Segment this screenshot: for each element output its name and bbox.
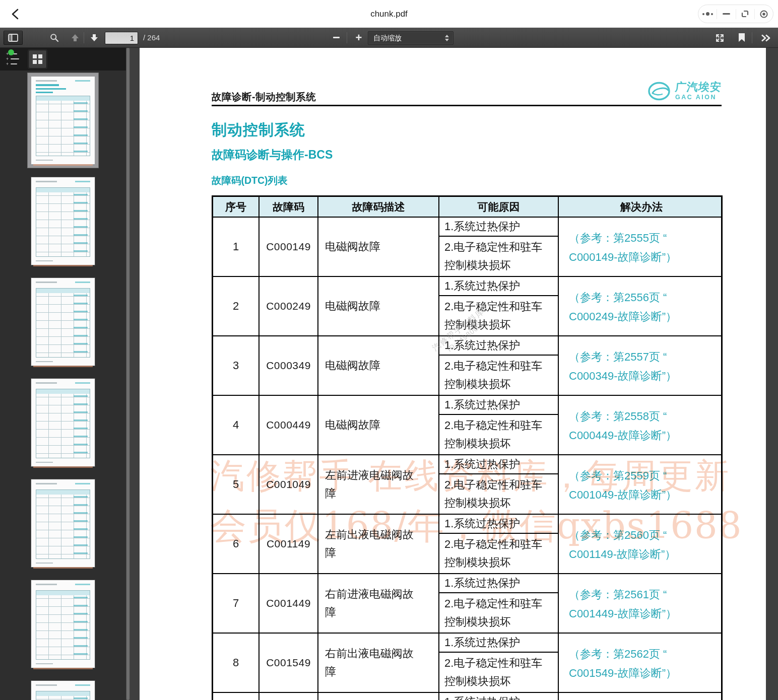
column-header: 解决办法 xyxy=(558,197,724,217)
thumbnails-sidebar: + + + xyxy=(0,48,126,700)
page-header-title: 故障诊断-制动控制系统 xyxy=(212,90,316,104)
cause-item: 1.系统过热保护 xyxy=(439,336,558,356)
cell-solution-reference[interactable]: （参考：第2559页 “C001049-故障诊断”） xyxy=(558,455,724,514)
header-rule xyxy=(212,105,722,106)
presentation-mode-button[interactable] xyxy=(711,31,728,45)
cell-solution-reference[interactable]: （参考：第2555页 “C000149-故障诊断”） xyxy=(558,218,724,276)
green-status-dot xyxy=(8,49,14,55)
minus-icon xyxy=(333,37,340,39)
table-row: 6C001149左前出液电磁阀故障1.系统过热保护2.电子稳定性和驻车控制模块损… xyxy=(213,514,721,573)
table-row: 5C001049左前进液电磁阀故障1.系统过热保护2.电子稳定性和驻车控制模块损… xyxy=(213,454,721,514)
cell-solution-reference[interactable]: （参考：第2556页 “C000249-故障诊断”） xyxy=(558,277,724,335)
page-thumbnail[interactable] xyxy=(31,77,95,164)
window-titlebar: chunk.pdf xyxy=(0,0,778,28)
grid-icon xyxy=(33,54,42,64)
cause-item: 1.系统过热保护 xyxy=(439,277,558,296)
page-number-input[interactable] xyxy=(105,32,138,44)
close-capsule-button[interactable] xyxy=(755,5,773,23)
column-header: 故障码描述 xyxy=(317,197,438,217)
page-thumbnail[interactable] xyxy=(31,379,95,466)
cell-dtc-code: C001149 xyxy=(258,515,317,573)
table-row: 3C000349电磁阀故障1.系统过热保护2.电子稳定性和驻车控制模块损坏（参考… xyxy=(213,335,721,395)
table-row: 7C001449右前进液电磁阀故障1.系统过热保护2.电子稳定性和驻车控制模块损… xyxy=(213,573,721,633)
column-header: 故障码 xyxy=(258,197,317,217)
cell-solution-reference[interactable]: （参考：第2558页 “C000449-故障诊断”） xyxy=(558,396,724,454)
restore-icon xyxy=(741,10,749,18)
more-menu-button[interactable] xyxy=(698,5,717,23)
zoom-in-button[interactable]: + xyxy=(351,31,367,45)
cell-dtc-code: C000349 xyxy=(258,336,317,395)
cell-solution-reference[interactable]: （参考：第2561页 “C001449-故障诊断”） xyxy=(558,574,724,633)
table-header-row: 序号故障码故障码描述可能原因解决办法 xyxy=(213,197,721,217)
cell-possible-causes: 1.系统过热保护2.电子稳定性和驻车控制模块损坏 xyxy=(438,455,558,514)
arrow-down-icon xyxy=(90,34,98,42)
cell-possible-causes: 1.系统过热保护 xyxy=(438,693,558,700)
scrollbar-thumb[interactable] xyxy=(126,48,129,700)
sidebar-toggle-icon xyxy=(8,34,18,42)
cell-dtc-code: C000249 xyxy=(258,277,317,335)
thumbnail-view-button[interactable] xyxy=(28,50,47,68)
cell-index: 1 xyxy=(213,218,258,276)
document-outline-button[interactable]: + + + xyxy=(4,50,22,68)
table-row: 2C000249电磁阀故障1.系统过热保护2.电子稳定性和驻车控制模块损坏（参考… xyxy=(213,276,721,335)
cell-possible-causes: 1.系统过热保护2.电子稳定性和驻车控制模块损坏 xyxy=(438,218,558,276)
previous-page-button[interactable] xyxy=(68,31,83,45)
cause-item: 2.电子稳定性和驻车控制模块损坏 xyxy=(439,415,558,454)
page-thumbnail[interactable] xyxy=(31,177,95,265)
cell-possible-causes: 1.系统过热保护2.电子稳定性和驻车控制模块损坏 xyxy=(438,515,558,573)
cell-possible-causes: 1.系统过热保护2.电子稳定性和驻车控制模块损坏 xyxy=(438,336,558,395)
table-row: 1.系统过热保护 xyxy=(213,692,721,700)
pdf-page: 故障诊断-制动控制系统 广汽埃安 GAC AION 制动控制系统 故障码诊断与操… xyxy=(140,48,766,700)
page-thumbnail[interactable] xyxy=(31,681,95,700)
table-row: 4C000449电磁阀故障1.系统过热保护2.电子稳定性和驻车控制模块损坏（参考… xyxy=(213,395,721,454)
plus-icon: + xyxy=(356,31,362,44)
zoom-out-button[interactable] xyxy=(329,31,344,45)
cell-index: 5 xyxy=(213,455,258,514)
cell-description: 电磁阀故障 xyxy=(317,277,438,335)
zoom-level-select[interactable]: 自动缩放 xyxy=(368,31,453,45)
page-thumbnail[interactable] xyxy=(31,278,95,366)
pdf-viewer-area: 故障诊断-制动控制系统 广汽埃安 GAC AION 制动控制系统 故障码诊断与操… xyxy=(130,48,778,700)
cell-solution-reference[interactable]: （参考：第2557页 “C000349-故障诊断”） xyxy=(558,336,724,395)
sidebar-toggle-button[interactable] xyxy=(4,31,23,45)
cell-solution-reference[interactable]: （参考：第2560页 “C001149-故障诊断”） xyxy=(558,515,724,573)
target-circle-icon xyxy=(759,10,768,19)
cell-description: 电磁阀故障 xyxy=(317,336,438,395)
window-controls xyxy=(698,5,773,23)
cell-description: 右前出液电磁阀故障 xyxy=(317,634,438,692)
find-button[interactable] xyxy=(46,31,62,45)
cause-item: 2.电子稳定性和驻车控制模块损坏 xyxy=(439,474,558,514)
cell-description xyxy=(317,693,438,700)
page-thumbnail[interactable] xyxy=(31,580,95,668)
page-count-label: / 264 xyxy=(143,28,160,48)
cell-index: 2 xyxy=(213,277,258,335)
logo-en-text: GAC AION xyxy=(675,94,722,101)
dtc-list-title: 故障码(DTC)列表 xyxy=(212,174,288,187)
gac-aion-logo: 广汽埃安 GAC AION xyxy=(647,80,722,102)
restore-button[interactable] xyxy=(736,5,754,23)
next-page-button[interactable] xyxy=(87,31,102,45)
cell-dtc-code: C000149 xyxy=(258,218,317,276)
cause-item: 1.系统过热保护 xyxy=(439,574,558,593)
more-tools-button[interactable] xyxy=(756,31,775,45)
cell-description: 电磁阀故障 xyxy=(317,218,438,276)
cell-dtc-code: C000449 xyxy=(258,396,317,454)
cause-item: 1.系统过热保护 xyxy=(439,515,558,534)
gac-emblem-icon xyxy=(647,80,672,102)
column-header: 序号 xyxy=(213,197,258,217)
cause-item: 2.电子稳定性和驻车控制模块损坏 xyxy=(439,237,558,276)
zoom-level-value: 自动缩放 xyxy=(373,34,402,42)
bookmark-button[interactable] xyxy=(735,31,749,45)
cause-item: 1.系统过热保护 xyxy=(439,396,558,415)
sidebar-scrollbar[interactable] xyxy=(126,48,130,700)
cell-description: 左前进液电磁阀故障 xyxy=(317,455,438,514)
page-thumbnail[interactable] xyxy=(31,479,95,567)
window-title: chunk.pdf xyxy=(0,0,778,28)
table-body: 1C000149电磁阀故障1.系统过热保护2.电子稳定性和驻车控制模块损坏（参考… xyxy=(213,217,721,700)
double-chevron-icon xyxy=(760,34,770,42)
section-title: 制动控制系统 xyxy=(212,120,305,141)
minimize-button[interactable] xyxy=(717,5,735,23)
cell-solution-reference[interactable]: （参考：第2562页 “C001549-故障诊断”） xyxy=(558,634,724,692)
cell-index: 6 xyxy=(213,515,258,573)
divider xyxy=(347,32,347,43)
